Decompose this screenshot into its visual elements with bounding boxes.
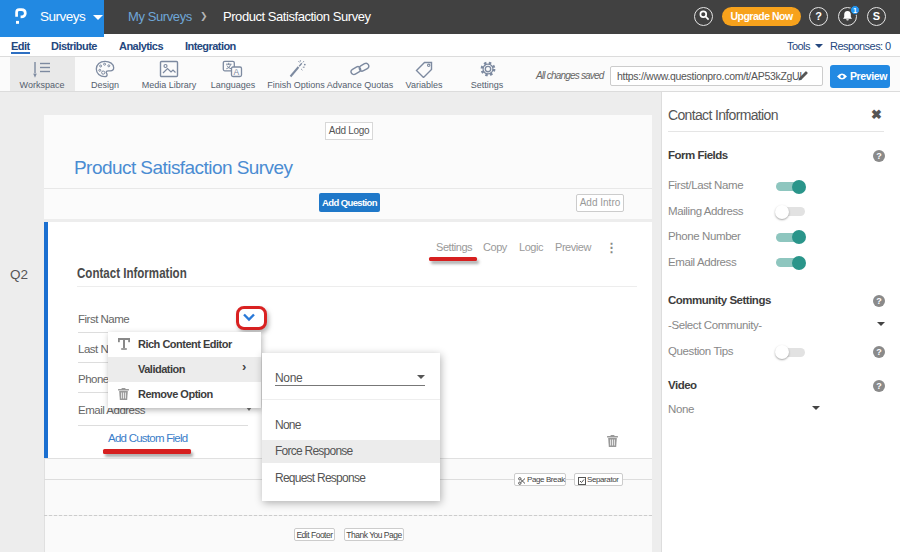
svg-text:A: A [234, 67, 240, 77]
